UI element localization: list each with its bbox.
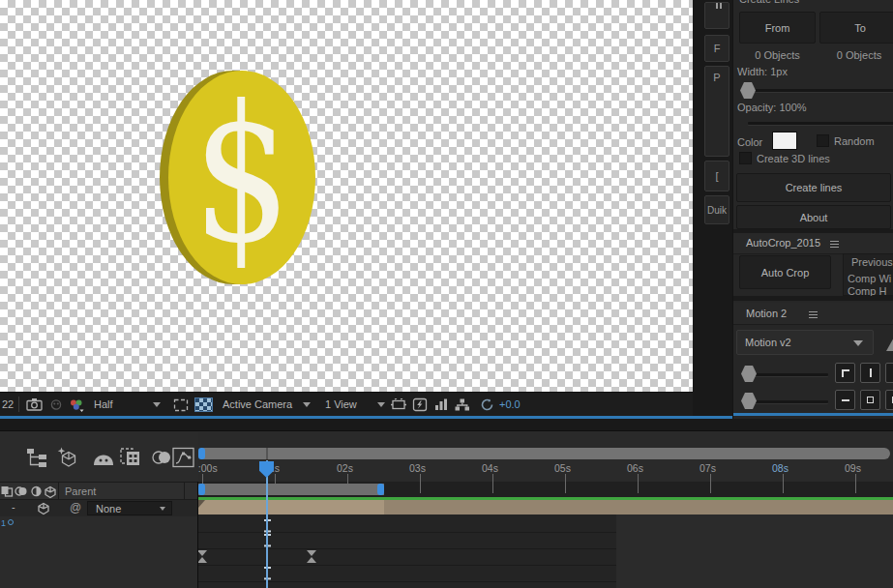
adjustment-layer-column-icon[interactable]	[30, 485, 43, 497]
view-layout-chevron-icon[interactable]	[377, 402, 385, 407]
width-label: Width: 1px	[737, 66, 788, 77]
draft-3d-icon[interactable]	[56, 446, 79, 469]
layer-duration-bar-highlight	[198, 500, 384, 514]
ruler-label[interactable]: 04s	[482, 462, 498, 474]
comp-flowchart-icon[interactable]	[455, 398, 469, 411]
property-rows-area	[198, 514, 616, 588]
panel-menu-icon[interactable]	[830, 239, 839, 250]
show-channel-rgb-icon[interactable]	[69, 398, 84, 412]
motion-logo-partial	[886, 334, 893, 351]
magnification-value[interactable]: 22	[2, 398, 14, 410]
reset-exposure-icon[interactable]	[480, 397, 494, 412]
work-area-start-handle[interactable]	[198, 484, 205, 495]
anchor-center-button[interactable]	[860, 390, 880, 410]
pixel-aspect-correction-icon[interactable]	[390, 398, 407, 411]
motion-slider-knob-2[interactable]	[741, 393, 757, 409]
transparency-grid-toggle-icon[interactable]	[194, 397, 213, 412]
ruler-label[interactable]: 06s	[627, 462, 643, 474]
create-3d-lines-checkbox[interactable]	[739, 152, 752, 164]
panel-menu-icon[interactable]	[809, 309, 818, 320]
frame-blend-column-icon[interactable]	[1, 485, 14, 497]
playhead-line[interactable]	[266, 460, 268, 588]
keyframe-hold-marker[interactable]	[198, 550, 208, 563]
opacity-slider-track[interactable]	[748, 122, 893, 125]
collapsed-tab-p[interactable]: P	[704, 66, 729, 157]
ruler-label[interactable]: 02s	[337, 462, 353, 474]
option-comp-width[interactable]: Comp Wi	[848, 273, 891, 284]
collapsed-tab-bracket[interactable]: [	[704, 161, 729, 191]
motion-panel-header[interactable]: Motion 2	[733, 303, 893, 325]
anchor-corner-button[interactable]	[835, 363, 855, 383]
playhead-head[interactable]	[259, 461, 274, 478]
cube-3d-column-icon[interactable]	[44, 485, 57, 499]
about-button[interactable]: About	[736, 205, 891, 229]
resolution-chevron-icon[interactable]	[153, 402, 161, 407]
exposure-value[interactable]: +0.0	[499, 398, 521, 410]
graph-editor-icon[interactable]	[171, 446, 196, 469]
comp-flowchart-icon[interactable]	[25, 447, 48, 470]
create-lines-button[interactable]: Create lines	[736, 173, 891, 202]
cube-3d-switch-icon[interactable]	[37, 502, 50, 515]
dollar-symbol: $	[193, 80, 291, 269]
motion-slider-track-1[interactable]	[755, 373, 828, 376]
ruler-label[interactable]: 0:00s	[198, 462, 218, 474]
ruler-label[interactable]: 03s	[409, 462, 426, 474]
camera-view-chevron-icon[interactable]	[303, 402, 311, 407]
resolution-dropdown[interactable]: Half	[94, 398, 113, 410]
region-of-interest-icon[interactable]	[173, 398, 189, 412]
ruler-label[interactable]: 09s	[845, 462, 861, 474]
motion-preset-value: Motion v2	[745, 337, 791, 348]
parent-dropdown-value: None	[96, 503, 121, 514]
collapsed-tab-top[interactable]	[704, 2, 729, 29]
ruler-label[interactable]: 05s	[554, 462, 571, 474]
camera-view-dropdown[interactable]: Active Camera	[223, 398, 292, 410]
timeline-navigator-bar[interactable]	[198, 448, 890, 459]
ruler-tick	[855, 474, 856, 493]
snapshot-camera-icon[interactable]	[26, 397, 43, 411]
anchor-vertical-button[interactable]	[860, 363, 880, 383]
right-dock: Create Lines From To 0 Objects 0 Objects…	[732, 0, 893, 419]
parent-column-header: Parent	[65, 485, 96, 497]
ruler-tick	[783, 474, 784, 493]
autocrop-panel: AutoCrop_2015 Auto Crop Previous Comp Wi…	[733, 233, 893, 296]
from-button[interactable]: From	[739, 12, 816, 44]
parent-dropdown[interactable]: None	[87, 501, 172, 515]
to-button[interactable]: To	[819, 12, 893, 44]
ruler-label[interactable]: 07s	[700, 462, 716, 474]
autocrop-panel-header[interactable]: AutoCrop_2015	[733, 233, 893, 254]
shy-layers-icon[interactable]	[91, 448, 116, 467]
random-checkbox[interactable]	[817, 134, 829, 147]
to-button-label: To	[854, 22, 866, 34]
option-previous[interactable]: Previous	[851, 256, 893, 268]
work-area-bar[interactable]	[198, 484, 384, 495]
pick-whip-icon[interactable]: @	[70, 501, 81, 514]
motion-slider-track-2[interactable]	[755, 400, 828, 403]
work-area-end-handle[interactable]	[377, 484, 384, 495]
color-swatch[interactable]	[772, 132, 797, 150]
ruler-label[interactable]: 08s	[772, 462, 789, 474]
layer-number: 1	[1, 518, 6, 528]
width-slider-knob[interactable]	[740, 82, 756, 99]
motion-blur-icon[interactable]	[150, 448, 173, 467]
width-slider-track[interactable]	[743, 89, 893, 92]
navigator-left-handle[interactable]	[198, 448, 205, 459]
motion-blur-column-icon[interactable]	[15, 485, 28, 497]
keyframe-hold-marker[interactable]	[307, 550, 317, 563]
view-layout-dropdown[interactable]: 1 View	[325, 398, 357, 410]
coin-layer[interactable]: $	[155, 68, 319, 286]
tab-label: F	[714, 43, 721, 54]
fast-previews-icon[interactable]	[412, 397, 428, 412]
anchor-extra-button-2[interactable]	[885, 390, 893, 410]
frame-blending-icon[interactable]	[119, 446, 142, 469]
collapsed-tab-duik[interactable]: Duik	[704, 195, 729, 224]
timeline-button-icon[interactable]	[434, 398, 449, 410]
auto-crop-button[interactable]: Auto Crop	[739, 255, 831, 289]
motion-slider-knob-1[interactable]	[741, 366, 757, 382]
motion-preset-dropdown[interactable]: Motion v2	[736, 330, 874, 355]
anchor-extra-button-1[interactable]	[885, 363, 893, 383]
collapsed-tab-f[interactable]: F	[704, 35, 729, 62]
anchor-horizontal-button[interactable]	[835, 390, 855, 410]
show-last-snapshot-icon[interactable]	[49, 398, 63, 411]
blend-mode-stub[interactable]: -	[12, 501, 15, 513]
collapsed-panel-tabs: F P [ Duik	[693, 0, 732, 419]
